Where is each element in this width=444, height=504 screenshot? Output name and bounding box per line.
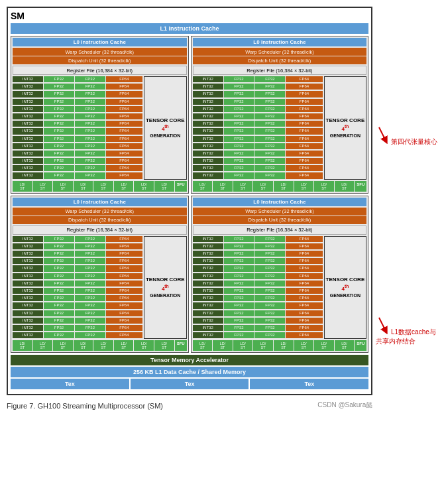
fp32a-cell: FP32: [44, 76, 74, 82]
lsu-row-br: LD/ST LD/ST LD/ST LD/ST LD/ST LD/ST LD/S…: [193, 340, 367, 351]
tensor-gen-tr: 4th: [342, 124, 349, 133]
fp32a-cell: FP32: [44, 258, 74, 264]
fp32b-cell: FP32: [254, 121, 285, 127]
int32-cell: INT32: [13, 258, 43, 264]
int32-cell: INT32: [193, 332, 223, 338]
fp64-cell: FP64: [286, 158, 322, 164]
int32-cell: INT32: [13, 318, 43, 324]
compute-row: INT32 FP32 FP32 FP64: [193, 310, 323, 316]
arrow-icon-2: [376, 314, 389, 334]
int32-cell: INT32: [193, 76, 223, 82]
int32-cell: INT32: [13, 121, 43, 127]
fp32b-cell: FP32: [254, 158, 285, 164]
l1-instruction-cache: L1 Instruction Cache: [11, 23, 368, 34]
fp32b-cell: FP32: [75, 265, 105, 271]
sfu-bl: SFU: [175, 340, 187, 351]
fp64-cell: FP64: [286, 265, 322, 271]
fp32b-cell: FP32: [254, 91, 285, 97]
fp32b-cell: FP32: [254, 76, 285, 82]
csdn-label: CSDN @Sakura懿: [317, 401, 372, 410]
fp64-cell: FP64: [106, 158, 142, 164]
fp64-cell: FP64: [286, 332, 322, 338]
fp32b-cell: FP32: [75, 243, 105, 249]
compute-row: INT32 FP32 FP32 FP64: [13, 288, 142, 294]
ld-st-4: LD/ST: [74, 181, 93, 192]
compute-section-tr: INT32 FP32 FP32 FP64 INT32 FP32 FP32 FP6…: [193, 76, 367, 180]
ld-st: LD/ST: [213, 181, 233, 192]
ld-st: LD/ST: [93, 340, 113, 351]
tensor-gen-bl: 4th: [162, 284, 169, 292]
fp64-cell: FP64: [106, 243, 142, 249]
fp64-cell: FP64: [106, 76, 142, 82]
generation-text-bl: GENERATION: [150, 292, 180, 298]
fp32a-cell: FP32: [44, 165, 74, 171]
register-file-bl: Register File (16,384 × 32-bit): [13, 225, 187, 235]
compute-row: INT32 FP32 FP32 FP64: [193, 99, 323, 105]
compute-row: INT32 FP32 FP32 FP64: [13, 325, 142, 331]
fp64-cell: FP64: [106, 332, 142, 338]
compute-row: INT32 FP32 FP32 FP64: [13, 251, 142, 257]
fp64-cell: FP64: [106, 121, 142, 127]
ld-st: LD/ST: [53, 340, 73, 351]
fp32a-cell: FP32: [224, 310, 254, 316]
int32-cell: INT32: [193, 99, 223, 105]
annotation-tensor-core: 第四代张量核心: [376, 124, 437, 147]
fp32a-cell: FP32: [44, 106, 74, 112]
fp32b-cell: FP32: [75, 99, 105, 105]
compute-row: INT32 FP32 FP32 FP64: [13, 258, 142, 264]
int32-cell: INT32: [193, 265, 223, 271]
dispatch-unit-tr: Dispatch Unit (32 thread/clk): [193, 56, 367, 64]
fp64-cell: FP64: [106, 113, 142, 119]
warp-scheduler-tr: Warp Scheduler (32 thread/clk): [193, 48, 367, 56]
sm-container: SM L1 Instruction Cache L0 Instruction C…: [7, 7, 372, 395]
compute-section-bl: INT32 FP32 FP32 FP64 INT32 FP32 FP32 FP6…: [13, 236, 187, 340]
l0-cache-bl: L0 Instruction Cache: [13, 198, 187, 206]
fp32a-cell: FP32: [44, 91, 74, 97]
left-cells-bl: INT32 FP32 FP32 FP64 INT32 FP32 FP32 FP6…: [13, 236, 142, 340]
compute-row: INT32 FP32 FP32 FP64: [193, 251, 323, 257]
compute-row: INT32 FP32 FP32 FP64: [13, 121, 142, 127]
compute-row: INT32 FP32 FP32 FP64: [13, 281, 142, 286]
fp64-cell: FP64: [286, 165, 322, 171]
fp32a-cell: FP32: [224, 106, 254, 112]
compute-row: INT32 FP32 FP32 FP64: [193, 281, 323, 286]
int32-cell: INT32: [13, 325, 43, 331]
left-cells-tl: INT32 FP32 FP32 FP64 INT32 FP32 FP32 FP6…: [13, 76, 142, 180]
int32-cell: INT32: [193, 295, 223, 301]
fp32b-cell: FP32: [75, 258, 105, 264]
int32-cell: INT32: [13, 106, 43, 112]
tensor-gen-br: 4th: [342, 284, 349, 292]
fp32b-cell: FP32: [75, 136, 105, 142]
int32-cell: INT32: [193, 113, 223, 119]
quadrant-bottom-left: L0 Instruction Cache Warp Scheduler (32 …: [11, 196, 189, 353]
ld-st: LD/ST: [134, 340, 154, 351]
fp64-cell: FP64: [286, 295, 322, 301]
tensor-memory-accelerator: Tensor Memory Accelerator: [11, 355, 368, 365]
ld-st: LD/ST: [233, 340, 253, 351]
ld-st: LD/ST: [253, 340, 273, 351]
ld-st: LD/ST: [233, 181, 253, 192]
fp64-cell: FP64: [286, 325, 322, 331]
fp32a-cell: FP32: [224, 158, 254, 164]
fp32a-cell: FP32: [44, 158, 74, 164]
int32-cell: INT32: [13, 143, 43, 149]
fp32a-cell: FP32: [224, 236, 254, 242]
compute-row: INT32 FP32 FP32 FP64: [193, 151, 323, 157]
int32-cell: INT32: [193, 84, 223, 90]
fp32b-cell: FP32: [75, 113, 105, 119]
fp32a-cell: FP32: [44, 121, 74, 127]
tex-1: Tex: [11, 379, 129, 389]
tensor-core-bl: TENSOR CORE 4th GENERATION: [144, 236, 187, 340]
fp32a-cell: FP32: [224, 151, 254, 157]
compute-row: INT32 FP32 FP32 FP64: [13, 136, 142, 142]
fp32a-cell: FP32: [44, 332, 74, 338]
int32-cell: INT32: [193, 258, 223, 264]
warp-scheduler-br: Warp Scheduler (32 thread/clk): [193, 208, 367, 216]
compute-row: INT32 FP32 FP32 FP64: [193, 136, 323, 142]
fp32b-cell: FP32: [75, 288, 105, 294]
fp32a-cell: FP32: [224, 143, 254, 149]
fp32a-cell: FP32: [44, 251, 74, 257]
fp32b-cell: FP32: [75, 76, 105, 82]
fp32a-cell: FP32: [44, 143, 74, 149]
ld-st-3: LD/ST: [53, 181, 73, 192]
